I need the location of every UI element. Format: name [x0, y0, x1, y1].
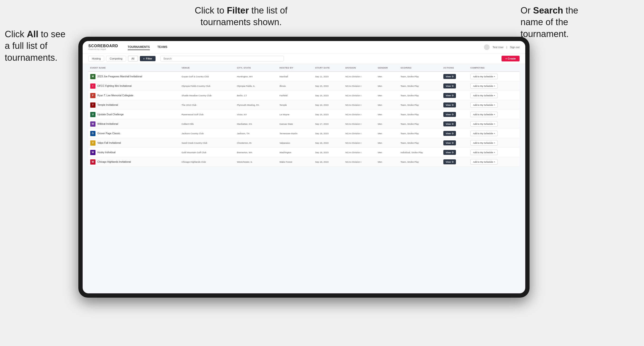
add-schedule-button[interactable]: Add to My Schedule + — [470, 102, 498, 108]
cell-start-date: Sep 18, 2023 — [313, 157, 344, 167]
col-start-date: START DATE — [313, 64, 344, 72]
cell-hosted-by: Fairfield — [278, 91, 313, 100]
cell-event-name: V Valpo Fall Invitational — [88, 138, 180, 148]
cell-actions: View ⊙ — [442, 91, 468, 100]
tablet-screen: SCOREBOARD Powered by clippd TOURNAMENTS… — [83, 41, 525, 293]
team-logo: G — [90, 131, 96, 136]
cell-competing: Add to My Schedule + — [468, 72, 520, 81]
col-actions: ACTIONS — [442, 64, 468, 72]
add-schedule-button[interactable]: Add to My Schedule + — [470, 121, 498, 127]
table-row: U Upstate Dual Challenge Ravenwood Golf … — [88, 110, 520, 119]
cell-city-state: Olympia Fields, IL — [235, 81, 278, 91]
cell-hosted-by: Le Moyne — [278, 110, 313, 119]
col-hosted-by: HOSTED BY — [278, 64, 313, 72]
nav-separator: | — [506, 46, 507, 49]
cell-actions: View ⊙ — [442, 72, 468, 81]
tablet-device: SCOREBOARD Powered by clippd TOURNAMENTS… — [78, 37, 530, 298]
cell-scoring: Team, Stroke Play — [399, 72, 442, 81]
team-logo: W — [90, 150, 96, 155]
view-button[interactable]: View ⊙ — [443, 74, 456, 79]
team-logo: W — [90, 121, 96, 127]
add-schedule-button[interactable]: Add to My Schedule + — [470, 159, 498, 165]
cell-actions: View ⊙ — [442, 119, 468, 129]
cell-actions: View ⊙ — [442, 148, 468, 157]
cell-division: NCAA Division I — [343, 129, 376, 138]
nav-link-tournaments[interactable]: TOURNAMENTS — [128, 44, 150, 50]
add-schedule-button[interactable]: Add to My Schedule + — [470, 74, 498, 79]
add-schedule-button[interactable]: Add to My Schedule + — [470, 131, 498, 136]
cell-gender: Men — [376, 91, 399, 100]
view-icon: ⊙ — [452, 75, 454, 78]
team-logo: T — [90, 102, 96, 108]
table-row: M 2023 Joe Feaganes Marshall Invitationa… — [88, 72, 520, 81]
tab-all[interactable]: All — [128, 56, 138, 61]
cell-event-name: U Upstate Dual Challenge — [88, 110, 180, 119]
cell-competing: Add to My Schedule + — [468, 129, 520, 138]
event-name-text: Ryan T. Lee Memorial Collegiate — [97, 94, 134, 97]
cell-start-date: Sep 18, 2023 — [313, 129, 344, 138]
search-input[interactable] — [160, 56, 284, 61]
cell-city-state: Jackson, TN — [235, 129, 278, 138]
view-button[interactable]: View ⊙ — [443, 150, 456, 155]
table-row: I OFCC Fighting Illini Invitational Olym… — [88, 81, 520, 91]
filter-button[interactable]: ≡ Filter — [140, 56, 156, 61]
annotation-filter: Click to Filter the list oftournaments s… — [195, 5, 288, 28]
cell-gender: Men — [376, 148, 399, 157]
cell-gender: Men — [376, 138, 399, 148]
view-button[interactable]: View ⊙ — [443, 121, 456, 126]
team-logo: V — [90, 140, 96, 146]
cell-scoring: Team, Stroke Play — [399, 91, 442, 100]
view-button[interactable]: View ⊙ — [443, 83, 456, 88]
tab-hosting[interactable]: Hosting — [88, 56, 104, 61]
cell-competing: Add to My Schedule + — [468, 138, 520, 148]
view-button[interactable]: View ⊙ — [443, 93, 456, 98]
cell-competing: Add to My Schedule + — [468, 119, 520, 129]
cell-venue: Olympia Fields Country Club — [180, 81, 235, 91]
view-button[interactable]: View ⊙ — [443, 102, 456, 107]
nav-link-teams[interactable]: TEAMS — [158, 44, 168, 50]
cell-start-date: Sep 18, 2023 — [313, 148, 344, 157]
cell-start-date: Sep 18, 2023 — [313, 138, 344, 148]
add-schedule-button[interactable]: Add to My Schedule + — [470, 93, 498, 98]
cell-city-state: Chesterton, IN — [235, 138, 278, 148]
table-row: G Grover Page Classic Jackson Country Cl… — [88, 129, 520, 138]
cell-hosted-by: Wake Forest — [278, 157, 313, 167]
cell-division: NCAA Division I — [343, 148, 376, 157]
cell-actions: View ⊙ — [442, 81, 468, 91]
event-name-text: Upstate Dual Challenge — [97, 113, 124, 116]
cell-competing: Add to My Schedule + — [468, 91, 520, 100]
table-row: W Wildcat Invitational Colbert Hills Man… — [88, 119, 520, 129]
table-row: V Valpo Fall Invitational Sand Creek Cou… — [88, 138, 520, 148]
add-schedule-button[interactable]: Add to My Schedule + — [470, 112, 498, 117]
add-schedule-button[interactable]: Add to My Schedule + — [470, 150, 498, 155]
cell-competing: Add to My Schedule + — [468, 100, 520, 110]
table-body: M 2023 Joe Feaganes Marshall Invitationa… — [88, 72, 520, 167]
cell-hosted-by: Tennessee-Martin — [278, 129, 313, 138]
cell-hosted-by: Temple — [278, 100, 313, 110]
cell-event-name: W Wildcat Invitational — [88, 119, 180, 129]
create-button[interactable]: + Create — [502, 56, 520, 61]
tab-competing[interactable]: Competing — [106, 56, 126, 61]
cell-city-state: Berlin, CT — [235, 91, 278, 100]
add-schedule-button[interactable]: Add to My Schedule + — [470, 83, 498, 89]
nav-links: TOURNAMENTS TEAMS — [128, 44, 484, 50]
view-button[interactable]: View ⊙ — [443, 159, 456, 164]
view-button[interactable]: View ⊙ — [443, 131, 456, 136]
cell-hosted-by: Valparaiso — [278, 138, 313, 148]
user-label: Test User — [492, 46, 504, 49]
view-button[interactable]: View ⊙ — [443, 140, 456, 145]
cell-scoring: Team, Stroke Play — [399, 138, 442, 148]
cell-event-name: I OFCC Fighting Illini Invitational — [88, 81, 180, 91]
cell-actions: View ⊙ — [442, 129, 468, 138]
event-name-text: Husky Individual — [97, 151, 116, 154]
table-header: EVENT NAME VENUE CITY, STATE HOSTED BY S… — [88, 64, 520, 72]
cell-scoring: Team, Stroke Play — [399, 81, 442, 91]
cell-city-state: Westchester, IL — [235, 157, 278, 167]
cell-gender: Men — [376, 110, 399, 119]
add-schedule-button[interactable]: Add to My Schedule + — [470, 140, 498, 146]
sign-out-link[interactable]: Sign out — [510, 46, 520, 49]
annotation-all: Click All to seea full list oftournament… — [5, 28, 81, 64]
cell-venue: Shuttle Meadow Country Club — [180, 91, 235, 100]
view-button[interactable]: View ⊙ — [443, 112, 456, 117]
annotation-search: Or Search thename of thetournament. — [520, 5, 630, 40]
